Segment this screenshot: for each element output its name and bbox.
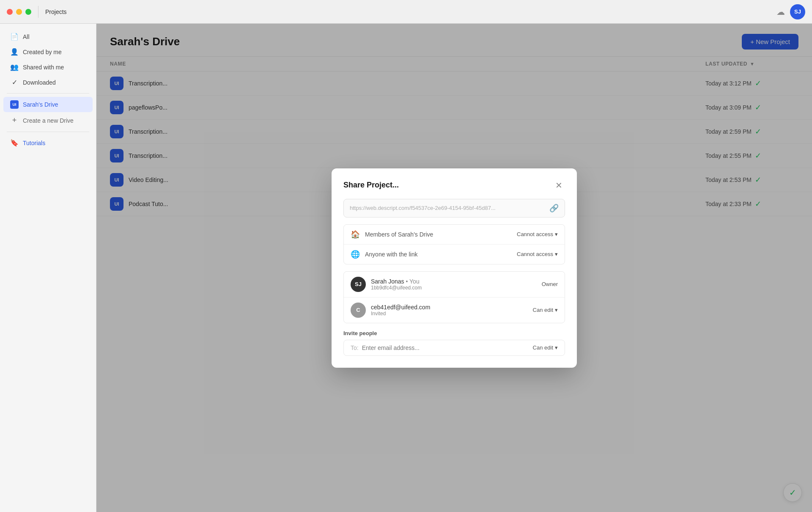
sarahs-drive-icon: UI [10, 100, 19, 109]
titlebar-title: Projects [45, 8, 67, 15]
access-section: 🏠 Members of Sarah's Drive Cannot access… [343, 224, 565, 264]
invite-to-label: To: [351, 344, 359, 351]
sidebar-divider-2 [7, 132, 89, 132]
close-traffic-light[interactable] [7, 9, 13, 15]
ceb41-avatar: C [351, 303, 366, 318]
sidebar-item-shared-with-me-label: Shared with me [23, 64, 64, 71]
sarah-avatar: SJ [351, 277, 366, 292]
access-row-anyone: 🌐 Anyone with the link Cannot access ▾ [344, 244, 565, 264]
sarah-name-suffix: • You [406, 278, 420, 285]
ceb41-email-display: ceb41edf@uifeed.com [371, 304, 528, 311]
invite-can-edit-select[interactable]: Can edit ▾ [533, 344, 558, 351]
titlebar: Projects ☁ SJ [0, 0, 812, 24]
sidebar-item-tutorials-label: Tutorials [23, 140, 45, 146]
globe-icon: 🌐 [351, 250, 360, 259]
sidebar-item-create-drive[interactable]: + Create a new Drive [3, 113, 93, 128]
member-row-sarah: SJ Sarah Jonas • You 1bb9dfc4@uifeed.com… [344, 272, 565, 297]
created-by-me-icon: 👤 [10, 48, 19, 56]
invite-label: Invite people [343, 330, 565, 336]
close-dialog-button[interactable]: ✕ [553, 180, 565, 190]
sidebar-divider [7, 93, 89, 94]
cloud-icon[interactable]: ☁ [776, 7, 785, 17]
sidebar-item-sarahs-drive[interactable]: UI Sarah's Drive [3, 97, 93, 112]
sidebar-item-tutorials[interactable]: 🔖 Tutorials [3, 135, 93, 150]
maximize-traffic-light[interactable] [25, 9, 31, 15]
access-row-members: 🏠 Members of Sarah's Drive Cannot access… [344, 225, 565, 244]
ceb41-role-value: Can edit [533, 307, 553, 313]
chevron-down-icon-2: ▾ [555, 251, 558, 257]
create-drive-icon: + [10, 116, 19, 125]
sidebar-item-all[interactable]: 📄 All [3, 29, 93, 44]
sidebar-item-created-by-me[interactable]: 👤 Created by me [3, 44, 93, 59]
anyone-access-value: Cannot access [517, 251, 553, 257]
sarah-name: Sarah Jonas • You [371, 278, 537, 285]
sarah-info: Sarah Jonas • You 1bb9dfc4@uifeed.com [371, 278, 537, 291]
anyone-link-label: Anyone with the link [365, 251, 512, 258]
sidebar-item-downloaded-label: Downloaded [23, 79, 56, 86]
sidebar-item-create-drive-label: Create a new Drive [23, 117, 74, 124]
sarah-email: 1bb9dfc4@uifeed.com [371, 285, 537, 291]
dialog-header: Share Project... ✕ [343, 180, 565, 190]
invite-email-input[interactable] [362, 344, 533, 351]
copy-link-icon[interactable]: 🔗 [549, 204, 559, 213]
ceb41-sub-label: Invited [371, 311, 528, 317]
shared-with-me-icon: 👥 [10, 63, 19, 71]
chevron-down-icon-3: ▾ [555, 307, 558, 313]
avatar[interactable]: SJ [790, 4, 805, 19]
sidebar-item-downloaded[interactable]: ✓ Downloaded [3, 75, 93, 90]
titlebar-divider [38, 6, 38, 18]
members-access-select[interactable]: Cannot access ▾ [517, 231, 558, 237]
invite-box: To: Can edit ▾ [343, 340, 565, 356]
house-icon: 🏠 [351, 230, 360, 239]
sarah-role: Owner [542, 281, 558, 287]
invite-can-edit-label: Can edit [533, 344, 553, 351]
main-content: Sarah's Drive + New Project NAME LAST UP… [96, 24, 812, 512]
invite-section: Invite people To: Can edit ▾ [343, 330, 565, 356]
share-dialog: Share Project... ✕ https://web.descript.… [332, 168, 577, 368]
anyone-access-select[interactable]: Cannot access ▾ [517, 251, 558, 257]
members-drive-label: Members of Sarah's Drive [365, 231, 512, 238]
overlay[interactable]: Share Project... ✕ https://web.descript.… [96, 24, 812, 512]
sidebar-item-sarahs-drive-label: Sarah's Drive [23, 101, 58, 108]
members-access-value: Cannot access [517, 231, 553, 237]
downloaded-icon: ✓ [10, 78, 19, 86]
ceb41-role-select[interactable]: Can edit ▾ [533, 307, 558, 313]
member-row-ceb41: C ceb41edf@uifeed.com Invited Can edit ▾ [344, 297, 565, 323]
tutorials-icon: 🔖 [10, 139, 19, 147]
traffic-lights [7, 9, 31, 15]
ceb41-info: ceb41edf@uifeed.com Invited [371, 304, 528, 317]
sidebar-item-created-by-me-label: Created by me [23, 49, 62, 55]
members-section: SJ Sarah Jonas • You 1bb9dfc4@uifeed.com… [343, 271, 565, 323]
minimize-traffic-light[interactable] [16, 9, 22, 15]
sidebar: 📄 All 👤 Created by me 👥 Shared with me ✓… [0, 24, 96, 512]
chevron-down-icon-4: ▾ [555, 344, 558, 351]
app-body: 📄 All 👤 Created by me 👥 Shared with me ✓… [0, 24, 812, 512]
dialog-title: Share Project... [343, 181, 399, 190]
sidebar-item-shared-with-me[interactable]: 👥 Shared with me [3, 60, 93, 74]
link-row: https://web.descript.com/f54537ce-2e69-4… [343, 199, 565, 217]
sidebar-item-all-label: All [23, 33, 30, 40]
titlebar-right: ☁ SJ [776, 4, 805, 19]
chevron-down-icon: ▾ [555, 231, 558, 237]
all-icon: 📄 [10, 33, 19, 41]
share-link-url: https://web.descript.com/f54537ce-2e69-4… [350, 205, 546, 211]
